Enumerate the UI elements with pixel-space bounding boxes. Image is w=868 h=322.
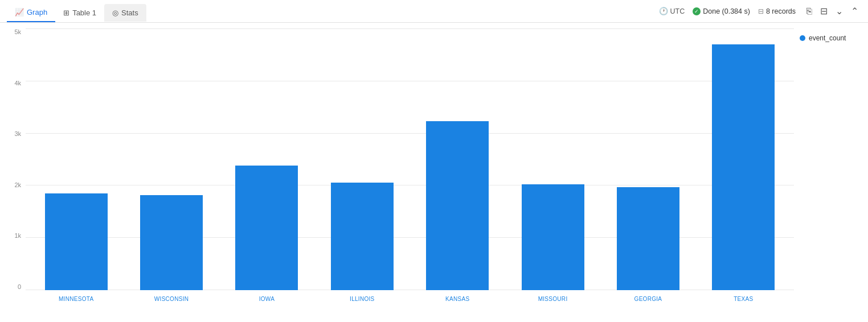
bar-group-georgia xyxy=(609,28,687,290)
bar-missouri[interactable] xyxy=(522,184,584,290)
clock-icon: 🕐 xyxy=(659,7,668,15)
bar-group-wisconsin xyxy=(132,28,210,290)
chart-area: 0 1k 2k 3k 4k 5k MINNESOTAWISCONSINIOWAI… xyxy=(0,23,868,307)
graph-icon: 📈 xyxy=(15,8,24,16)
x-label-georgia: GEORGIA xyxy=(609,296,687,302)
x-labels: MINNESOTAWISCONSINIOWAILLINOISKANSASMISS… xyxy=(26,290,794,307)
legend-area: event_count xyxy=(794,28,868,307)
records-label: 8 records xyxy=(766,7,796,15)
status-bar: 🕐 UTC ✓ Done (0.384 s) ⊟ 8 records ⎘ ⊟ ⌄… xyxy=(659,4,862,22)
bar-wisconsin[interactable] xyxy=(140,195,203,290)
stats-icon: ◎ xyxy=(112,9,118,17)
tab-bar: 📈 Graph ⊞ Table 1 ◎ Stats xyxy=(7,3,146,22)
timezone-label: UTC xyxy=(670,7,685,15)
chevron-down-button[interactable]: ⌄ xyxy=(833,4,846,18)
x-label-wisconsin: WISCONSIN xyxy=(132,296,210,302)
legend-item-event-count: event_count xyxy=(800,34,862,42)
tab-table[interactable]: ⊞ Table 1 xyxy=(55,4,104,22)
y-label-5k: 5k xyxy=(7,28,21,35)
bar-group-iowa xyxy=(228,28,306,290)
bar-group-illinois xyxy=(323,28,401,290)
y-label-2k: 2k xyxy=(7,181,21,188)
done-badge: ✓ Done (0.384 s) xyxy=(693,7,750,15)
table-icon: ⊞ xyxy=(63,9,69,17)
done-icon: ✓ xyxy=(693,7,701,15)
x-label-iowa: IOWA xyxy=(228,296,306,302)
bar-texas[interactable] xyxy=(712,44,775,290)
y-label-1k: 1k xyxy=(7,232,21,239)
y-axis: 0 1k 2k 3k 4k 5k xyxy=(0,28,26,307)
expand-button[interactable]: ⊟ xyxy=(817,4,830,18)
records-badge: ⊟ 8 records xyxy=(758,7,796,15)
x-label-kansas: KANSAS xyxy=(419,296,497,302)
bar-group-kansas xyxy=(419,28,497,290)
records-icon: ⊟ xyxy=(758,7,764,15)
tab-stats[interactable]: ◎ Stats xyxy=(104,4,146,22)
bar-group-texas xyxy=(705,28,783,290)
y-label-4k: 4k xyxy=(7,80,21,86)
bar-group-minnesota xyxy=(37,28,115,290)
x-label-minnesota: MINNESOTA xyxy=(37,296,115,302)
chart-body: MINNESOTAWISCONSINIOWAILLINOISKANSASMISS… xyxy=(26,28,794,307)
top-bar: 📈 Graph ⊞ Table 1 ◎ Stats 🕐 UTC ✓ Done (… xyxy=(0,0,868,23)
bar-iowa[interactable] xyxy=(235,166,298,290)
bar-kansas[interactable] xyxy=(426,121,489,290)
bar-illinois[interactable] xyxy=(331,183,394,290)
bar-group-missouri xyxy=(514,28,592,290)
x-label-texas: TEXAS xyxy=(705,296,783,302)
y-label-0: 0 xyxy=(7,283,21,290)
tab-stats-label: Stats xyxy=(121,9,138,17)
bars-container xyxy=(26,28,794,290)
bar-minnesota[interactable] xyxy=(45,193,108,290)
tab-graph-label: Graph xyxy=(27,8,47,16)
x-label-missouri: MISSOURI xyxy=(514,296,592,302)
done-label: Done (0.384 s) xyxy=(703,7,750,15)
timezone-item: 🕐 UTC xyxy=(659,7,685,15)
tab-graph[interactable]: 📈 Graph xyxy=(7,3,55,22)
legend-label: event_count xyxy=(809,34,846,42)
legend-dot xyxy=(800,35,805,41)
chevron-up-button[interactable]: ⌃ xyxy=(848,4,861,18)
toolbar-icons: ⎘ ⊟ ⌄ ⌃ xyxy=(804,4,861,18)
x-label-illinois: ILLINOIS xyxy=(323,296,401,302)
copy-button[interactable]: ⎘ xyxy=(804,5,815,18)
tab-table-label: Table 1 xyxy=(72,9,96,17)
y-label-3k: 3k xyxy=(7,130,21,137)
bar-georgia[interactable] xyxy=(617,187,679,290)
